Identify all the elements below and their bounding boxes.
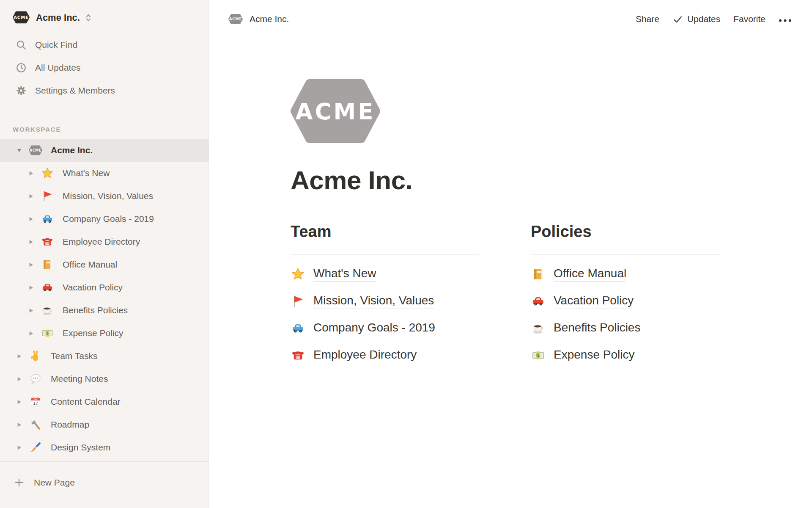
page-icon: [29, 418, 42, 431]
tree-item[interactable]: What's New: [0, 162, 209, 185]
link-list: Office Manual Vacation Policy Benefits P…: [531, 261, 719, 369]
page-link[interactable]: $ Expense Policy: [531, 342, 719, 369]
page-icon: [291, 348, 305, 363]
more-options-button[interactable]: [779, 12, 792, 26]
page-cover-logo[interactable]: ACME: [291, 77, 380, 145]
tree-item[interactable]: Design System: [0, 436, 209, 459]
expand-toggle-icon[interactable]: [27, 308, 35, 313]
page-column: Team What's New Mission, Vision, Values: [291, 222, 479, 369]
tree-item-label: Employee Directory: [63, 237, 140, 247]
tree-item-label: Benefits Policies: [63, 305, 128, 315]
main-area: ACME Acme Inc. Share Updates Favorite AC…: [209, 0, 812, 508]
tree-item[interactable]: Mission, Vision, Values: [0, 185, 209, 207]
tree-item-label: Company Goals - 2019: [63, 214, 154, 224]
tree-item[interactable]: Roadmap: [0, 413, 209, 436]
svg-text:ACME: ACME: [229, 17, 242, 21]
page-content: ACME Acme Inc. Team What's New: [209, 38, 812, 369]
page-link[interactable]: Office Manual: [531, 261, 719, 288]
page-icon: [41, 212, 54, 226]
page-icon: [29, 441, 42, 454]
page-icon: [29, 372, 42, 386]
column-heading: Team: [291, 222, 479, 242]
page-link[interactable]: What's New: [291, 261, 479, 288]
sidebar-menu-item[interactable]: All Updates: [0, 56, 209, 79]
expand-toggle-icon[interactable]: [15, 353, 23, 359]
tree-item[interactable]: JUL17 Content Calendar: [0, 390, 209, 413]
workspace-switcher[interactable]: ACME Acme Inc.: [0, 0, 209, 24]
svg-text:JUL: JUL: [33, 398, 37, 400]
expand-toggle-icon[interactable]: [27, 171, 35, 176]
page-icon: [41, 258, 54, 271]
breadcrumb[interactable]: ACME Acme Inc.: [228, 14, 289, 25]
svg-text:17: 17: [33, 401, 38, 406]
expand-toggle-icon[interactable]: [27, 216, 35, 222]
page-icon: [41, 166, 54, 180]
expand-toggle-icon[interactable]: [27, 331, 35, 336]
menu-icon: [16, 85, 27, 96]
page-link[interactable]: Employee Directory: [291, 342, 479, 369]
page-icon: [41, 235, 54, 248]
expand-toggle-icon[interactable]: [15, 445, 23, 450]
svg-text:ACME: ACME: [30, 149, 42, 152]
tree-item-label: Expense Policy: [63, 328, 123, 338]
page-icon: [29, 349, 42, 363]
check-icon: [672, 14, 683, 25]
page-link-label: Expense Policy: [554, 348, 634, 364]
expand-toggle-icon[interactable]: [15, 399, 23, 405]
menu-icon: [16, 39, 27, 50]
tree-item[interactable]: Employee Directory: [0, 230, 209, 253]
page-link-label: Mission, Vision, Values: [313, 293, 434, 309]
sidebar: ACME Acme Inc. Quick Find All Updates Se…: [0, 0, 209, 508]
svg-text:ACME: ACME: [295, 99, 375, 124]
page-icon: [41, 304, 54, 317]
expand-toggle-icon[interactable]: [27, 262, 35, 268]
sidebar-menu: Quick Find All Updates Settings & Member…: [0, 33, 209, 102]
tree-item-label: Content Calendar: [51, 397, 121, 407]
tree-item-label: Vacation Policy: [63, 282, 123, 293]
page-link[interactable]: Vacation Policy: [531, 288, 719, 315]
page-link-label: What's New: [313, 266, 376, 282]
expand-toggle-icon[interactable]: [15, 376, 23, 382]
page-title[interactable]: Acme Inc.: [291, 165, 812, 195]
app-window: ACME Acme Inc. Quick Find All Updates Se…: [0, 0, 812, 508]
expand-toggle-icon[interactable]: [27, 193, 35, 199]
svg-text:$: $: [537, 353, 540, 358]
column-divider: [531, 254, 719, 255]
ellipsis-icon: [779, 14, 792, 24]
updates-button[interactable]: Updates: [672, 14, 720, 25]
tree-item[interactable]: Company Goals - 2019: [0, 207, 209, 230]
expand-toggle-icon[interactable]: [15, 148, 23, 153]
new-page-label: New Page: [34, 478, 75, 488]
share-button[interactable]: Share: [636, 14, 659, 24]
column-heading: Policies: [531, 222, 719, 242]
tree-item[interactable]: Vacation Policy: [0, 276, 209, 299]
sidebar-menu-item[interactable]: Settings & Members: [0, 79, 209, 102]
tree-item[interactable]: Team Tasks: [0, 345, 209, 367]
tree-item[interactable]: Benefits Policies: [0, 299, 209, 322]
page-icon: [291, 267, 305, 282]
tree-item-label: Roadmap: [51, 420, 89, 430]
page-tree: ACME Acme Inc. What's New Mission, Visio…: [0, 139, 209, 459]
tree-item[interactable]: ACME Acme Inc.: [0, 139, 209, 162]
new-page-button[interactable]: New Page: [0, 471, 209, 494]
chevron-up-down-icon: [85, 13, 92, 22]
sidebar-menu-item[interactable]: Quick Find: [0, 33, 209, 56]
tree-item[interactable]: Office Manual: [0, 253, 209, 276]
page-column: Policies Office Manual Vacation Policy: [531, 222, 719, 369]
link-list: What's New Mission, Vision, Values Compa…: [291, 261, 479, 369]
page-icon: [41, 189, 54, 203]
menu-icon: [16, 62, 27, 73]
expand-toggle-icon[interactable]: [27, 239, 35, 245]
page-link-label: Benefits Policies: [554, 320, 640, 337]
page-icon: ACME: [29, 144, 42, 157]
favorite-button[interactable]: Favorite: [733, 14, 765, 24]
tree-item[interactable]: Meeting Notes: [0, 367, 209, 390]
tree-item[interactable]: $ Expense Policy: [0, 322, 209, 345]
expand-toggle-icon[interactable]: [15, 422, 23, 428]
page-link[interactable]: Benefits Policies: [531, 315, 719, 342]
page-icon: [41, 281, 54, 294]
breadcrumb-page-icon: ACME: [228, 14, 243, 25]
page-link[interactable]: Mission, Vision, Values: [291, 288, 479, 315]
page-link[interactable]: Company Goals - 2019: [291, 315, 479, 342]
expand-toggle-icon[interactable]: [27, 285, 35, 290]
